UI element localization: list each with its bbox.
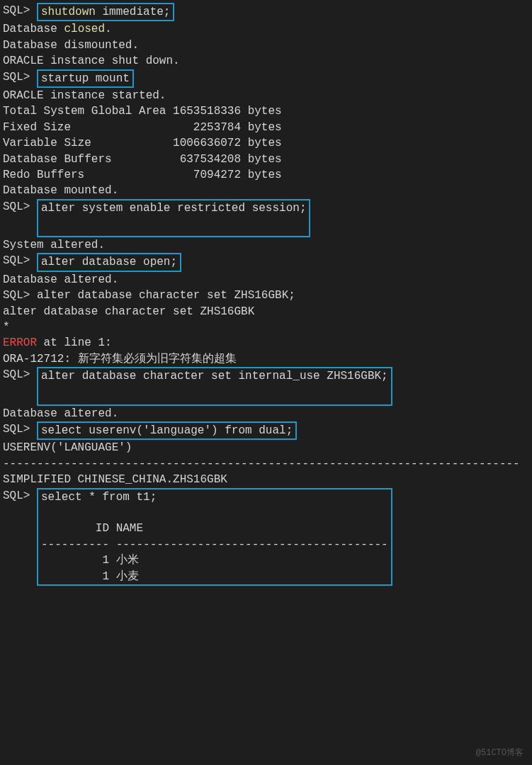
output-text: ORACLE instance started. <box>3 88 529 103</box>
highlight-box-startup: startup mount <box>37 69 134 88</box>
error-label: ERROR <box>3 336 37 349</box>
output-text: alter database character set ZHS16GBK <box>3 304 529 319</box>
output-text: Redo Buffers 7094272 bytes <box>3 167 529 183</box>
cmd-charset: SQL> alter database character set ZHS16G… <box>3 288 529 303</box>
sql-prompt: SQL> <box>3 253 37 268</box>
watermark: @51CTO博客 <box>476 747 523 759</box>
output-closed: closed <box>64 23 105 35</box>
table-header: ID NAME <box>41 521 388 536</box>
cmd-select: select * from t1; <box>41 489 388 505</box>
output-text: SIMPLIFIED CHINESE_CHINA.ZHS16GBK <box>3 472 529 487</box>
highlight-box-shutdown: shutdown immediate; <box>37 3 174 21</box>
output-text: * <box>3 319 529 335</box>
terminal-output: SQL> shutdown immediate; Database closed… <box>3 3 529 586</box>
output-text: . <box>105 23 112 35</box>
cmd-startup: startup mount <box>41 72 130 85</box>
output-text: Database mounted. <box>3 183 529 198</box>
output-text: Database <box>3 23 64 35</box>
sql-prompt: SQL> <box>3 367 37 382</box>
sql-prompt: SQL> <box>3 3 37 18</box>
output-text: System altered. <box>3 237 529 253</box>
output-text: USERENV('LANGUAGE') <box>3 440 529 455</box>
cmd-restricted: alter system enable restricted session; <box>41 202 306 215</box>
output-text: Database Buffers 637534208 bytes <box>3 152 529 167</box>
output-text: Database altered. <box>3 406 529 421</box>
table-divider: ---------- -----------------------------… <box>41 537 388 552</box>
sql-prompt: SQL> <box>3 421 37 437</box>
table-row: 1 小麦 <box>41 569 388 584</box>
highlight-box-select: select * from t1; ID NAME ---------- ---… <box>37 488 392 586</box>
cmd-userenv: select userenv('language') from dual; <box>41 424 293 437</box>
output-text: ORACLE instance shut down. <box>3 53 529 69</box>
highlight-box-open: alter database open; <box>37 253 181 271</box>
cmd-internal: alter database character set internal_us… <box>41 370 388 382</box>
highlight-box-userenv: select userenv('language') from dual; <box>37 421 297 440</box>
output-text: Fixed Size 2253784 bytes <box>3 120 529 135</box>
error-text: at line 1: <box>37 336 112 349</box>
cmd-shutdown: shutdown <box>41 6 96 18</box>
output-text: Database dismounted. <box>3 38 529 53</box>
highlight-box-internal: alter database character set internal_us… <box>37 367 392 405</box>
output-text: Total System Global Area 1653518336 byte… <box>3 103 529 119</box>
sql-prompt: SQL> <box>3 69 37 85</box>
output-text: Database altered. <box>3 272 529 288</box>
sql-prompt: SQL> <box>3 199 37 215</box>
cmd-open: alter database open; <box>41 256 177 268</box>
cmd-text: immediate; <box>96 6 171 18</box>
highlight-box-restricted: alter system enable restricted session; <box>37 199 310 237</box>
error-message: ORA-12712: 新字符集必须为旧字符集的超集 <box>3 351 529 367</box>
output-text: Variable Size 1006636072 bytes <box>3 135 529 151</box>
table-row: 1 小米 <box>41 552 388 568</box>
output-divider: ----------------------------------------… <box>3 456 529 472</box>
sql-prompt: SQL> <box>3 488 37 504</box>
